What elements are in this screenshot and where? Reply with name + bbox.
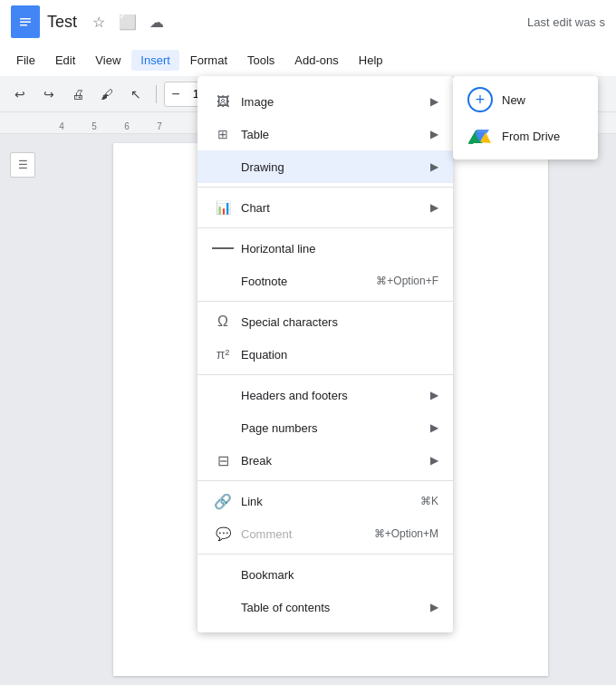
star-icon[interactable]: ☆ — [88, 11, 110, 33]
menu-tools[interactable]: Tools — [238, 50, 284, 71]
svg-rect-1 — [20, 18, 31, 20]
insert-dropdown-menu: 🖼 Image ▶ ⊞ Table ▶ Drawing ▶ 📊 Chart ▶ … — [197, 76, 453, 632]
menu-edit[interactable]: Edit — [46, 50, 84, 71]
drawing-from-drive-item[interactable]: From Drive — [453, 118, 598, 154]
insert-image-item[interactable]: 🖼 Image ▶ — [197, 85, 453, 118]
drawing-new-item[interactable]: + New — [453, 82, 598, 118]
headers-icon — [212, 384, 234, 406]
insert-equation-label: Equation — [241, 348, 438, 362]
table-icon: ⊞ — [212, 123, 234, 145]
ruler-numbers: 4 5 6 7 — [45, 121, 176, 133]
horizontal-line-icon — [212, 237, 234, 259]
insert-drawing-label: Drawing — [241, 160, 430, 174]
undo-button[interactable]: ↩ — [7, 82, 33, 107]
insert-menu-section-5: Headers and footers ▶ Page numbers ▶ ⊟ B… — [197, 375, 453, 481]
comment-shortcut: ⌘+Option+M — [374, 527, 438, 540]
print-button[interactable]: 🖨 — [65, 82, 91, 107]
ruler-tick-5: 5 — [78, 121, 111, 131]
toolbar-separator — [156, 85, 157, 103]
insert-page-numbers-label: Page numbers — [241, 421, 430, 435]
menu-format[interactable]: Format — [181, 50, 236, 71]
drawing-icon — [212, 156, 234, 178]
bookmark-icon — [212, 564, 234, 585]
insert-special-chars-item[interactable]: Ω Special characters — [197, 305, 453, 338]
insert-bookmark-label: Bookmark — [241, 568, 438, 582]
redo-button[interactable]: ↪ — [36, 82, 62, 107]
insert-table-item[interactable]: ⊞ Table ▶ — [197, 118, 453, 150]
ruler-tick-4: 4 — [45, 121, 78, 131]
insert-link-item[interactable]: 🔗 Link ⌘K — [197, 485, 453, 517]
insert-chart-item[interactable]: 📊 Chart ▶ — [197, 191, 453, 224]
title-action-icons: ☆ ⬜ ☁ — [88, 11, 168, 33]
cursor-button[interactable]: ↖ — [123, 82, 149, 107]
insert-table-label: Table — [241, 128, 430, 141]
insert-menu-section-7: Bookmark Table of contents ▶ — [197, 555, 453, 627]
omega-icon: Ω — [212, 311, 234, 333]
insert-equation-item[interactable]: π² Equation — [197, 338, 453, 371]
footnote-icon — [212, 270, 234, 292]
insert-toc-item[interactable]: Table of contents ▶ — [197, 591, 453, 623]
cloud-icon[interactable]: ☁ — [146, 11, 168, 33]
insert-headers-label: Headers and footers — [241, 389, 430, 402]
pi-icon: π² — [212, 343, 234, 365]
insert-comment-label: Comment — [241, 527, 367, 541]
toc-icon — [212, 596, 234, 618]
svg-rect-2 — [20, 22, 31, 24]
svg-rect-3 — [20, 24, 27, 26]
app-icon — [11, 5, 40, 38]
arrow-icon: ▶ — [430, 454, 438, 467]
insert-footnote-item[interactable]: Footnote ⌘+Option+F — [197, 265, 453, 297]
menu-help[interactable]: Help — [350, 50, 392, 71]
title-bar: Test ☆ ⬜ ☁ Last edit was s — [0, 0, 616, 43]
ruler-tick-6: 6 — [111, 121, 143, 131]
drawing-submenu: + New From Driv — [453, 76, 598, 159]
menu-insert[interactable]: Insert — [131, 50, 179, 71]
insert-page-numbers-item[interactable]: Page numbers ▶ — [197, 411, 453, 444]
break-icon: ⊟ — [212, 449, 234, 471]
chart-icon: 📊 — [212, 197, 234, 218]
image-icon: 🖼 — [212, 91, 234, 112]
paint-format-button[interactable]: 🖌 — [94, 82, 120, 107]
insert-break-item[interactable]: ⊟ Break ▶ — [197, 444, 453, 477]
insert-special-chars-label: Special characters — [241, 315, 438, 329]
insert-chart-label: Chart — [241, 201, 430, 215]
insert-menu-section-1: 🖼 Image ▶ ⊞ Table ▶ Drawing ▶ — [197, 82, 453, 188]
insert-comment-item[interactable]: 💬 Comment ⌘+Option+M — [197, 517, 453, 550]
sidebar-toolbar-icon: ☰ — [10, 152, 35, 178]
page-numbers-icon — [212, 417, 234, 439]
arrow-icon: ▶ — [430, 128, 438, 140]
insert-link-label: Link — [241, 495, 413, 508]
new-icon: + — [467, 87, 493, 112]
folder-icon[interactable]: ⬜ — [117, 11, 139, 33]
last-edit-status: Last edit was s — [527, 15, 605, 29]
insert-menu-section-4: Ω Special characters π² Equation — [197, 302, 453, 375]
insert-menu-section-2: 📊 Chart ▶ — [197, 188, 453, 228]
drawing-new-label: New — [502, 93, 525, 107]
arrow-icon: ▶ — [430, 160, 438, 173]
insert-bookmark-item[interactable]: Bookmark — [197, 558, 453, 591]
footnote-shortcut: ⌘+Option+F — [376, 275, 438, 287]
comment-icon: 💬 — [212, 523, 234, 545]
insert-footnote-label: Footnote — [241, 275, 369, 288]
arrow-icon: ▶ — [430, 389, 438, 401]
insert-headers-footers-item[interactable]: Headers and footers ▶ — [197, 379, 453, 411]
menu-bar: File Edit View Insert Format Tools Add-o… — [0, 43, 616, 76]
menu-view[interactable]: View — [86, 50, 130, 71]
font-size-decrease[interactable]: − — [165, 82, 187, 107]
insert-drawing-item[interactable]: Drawing ▶ — [197, 150, 453, 183]
arrow-icon: ▶ — [430, 421, 438, 434]
doc-sidebar: ☰ — [0, 134, 45, 685]
menu-file[interactable]: File — [7, 50, 44, 71]
arrow-icon: ▶ — [430, 201, 438, 214]
ruler-tick-7: 7 — [143, 121, 176, 131]
insert-horizontal-line-item[interactable]: Horizontal line — [197, 232, 453, 265]
arrow-icon: ▶ — [430, 601, 438, 613]
link-shortcut: ⌘K — [420, 495, 438, 507]
insert-break-label: Break — [241, 454, 430, 468]
document-title: Test — [47, 13, 77, 32]
insert-menu-section-3: Horizontal line Footnote ⌘+Option+F — [197, 228, 453, 302]
menu-addons[interactable]: Add-ons — [285, 50, 347, 71]
drawing-from-drive-label: From Drive — [502, 130, 560, 143]
insert-image-label: Image — [241, 95, 430, 109]
arrow-icon: ▶ — [430, 95, 438, 108]
